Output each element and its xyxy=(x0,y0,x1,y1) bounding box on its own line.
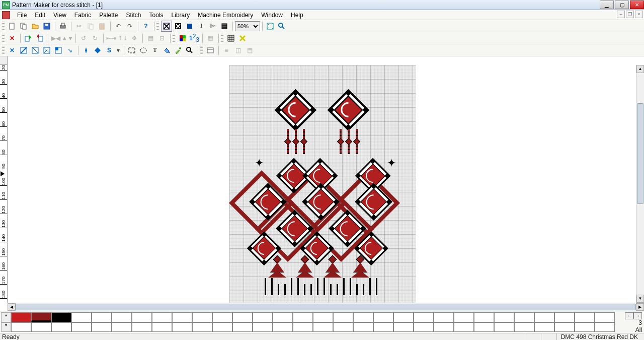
palette-empty-11[interactable] xyxy=(232,322,253,332)
three-quarter-button[interactable] xyxy=(41,45,52,56)
palette-empty-29[interactable] xyxy=(595,322,615,332)
open-button[interactable] xyxy=(30,21,41,32)
palette-prev-button[interactable]: ← xyxy=(625,312,633,319)
palette-empty-16[interactable] xyxy=(333,322,353,332)
ruler-marker-v[interactable] xyxy=(1,171,6,178)
toolbar-grip[interactable] xyxy=(2,46,5,55)
maximize-button[interactable]: ▢ xyxy=(615,1,629,9)
grid2-button[interactable]: ▦ xyxy=(205,33,216,44)
back-stitch-button[interactable]: ↘ xyxy=(64,45,75,56)
vertical-ruler[interactable]: 2030405060708090100110120130140150160170… xyxy=(0,65,8,303)
palette-empty-8[interactable] xyxy=(172,322,192,332)
rotate-ccw-button[interactable]: ↺ xyxy=(78,33,89,44)
print-button[interactable] xyxy=(57,21,68,32)
menu-window[interactable]: Window xyxy=(257,11,287,20)
horizontal-scrollbar[interactable]: ◀ ▶ xyxy=(8,303,644,311)
minimize-button[interactable]: ▁ xyxy=(600,1,614,9)
menu-tools[interactable]: Tools xyxy=(145,11,168,20)
paste-button[interactable] xyxy=(97,21,108,32)
toolbar-grip[interactable] xyxy=(173,34,175,43)
mdi-minimize-button[interactable]: – xyxy=(617,11,625,18)
color-palette-button[interactable] xyxy=(177,33,188,44)
palette-color-4[interactable] xyxy=(92,312,112,322)
scroll-up-button[interactable]: ▲ xyxy=(636,65,644,73)
palette-empty-1[interactable] xyxy=(31,322,51,332)
palette-color-12[interactable] xyxy=(253,312,273,322)
center-h-button[interactable]: ⇤⇥ xyxy=(106,33,117,44)
palette-empty-12[interactable] xyxy=(253,322,273,332)
palette-empty-5[interactable] xyxy=(112,322,132,332)
palette-color-18[interactable] xyxy=(373,312,393,322)
copy-button[interactable] xyxy=(85,21,96,32)
flip-h-button[interactable]: ▶◀ xyxy=(50,33,61,44)
canvas-viewport[interactable]: ✦✦ xyxy=(8,65,636,303)
library-button[interactable] xyxy=(205,45,216,56)
solid-view-button[interactable] xyxy=(184,21,195,32)
palette-empty-10[interactable] xyxy=(212,322,232,332)
scroll-right-button[interactable]: ▶ xyxy=(636,303,644,311)
palette-empty-28[interactable] xyxy=(575,322,595,332)
palette-empty-21[interactable] xyxy=(434,322,454,332)
menu-machine-embroidery[interactable]: Machine Embroidery xyxy=(194,11,257,20)
palette-color-15[interactable] xyxy=(313,312,333,322)
mdi-restore-button[interactable]: ❐ xyxy=(626,11,634,18)
palette-color-21[interactable] xyxy=(434,312,454,322)
menu-stitch[interactable]: Stitch xyxy=(122,11,145,20)
palette-empty-14[interactable] xyxy=(293,322,313,332)
palette-color-28[interactable] xyxy=(575,312,595,322)
fill-tool-button[interactable] xyxy=(161,45,172,56)
crop-button[interactable]: ⊡ xyxy=(156,33,168,44)
palette-empty-9[interactable] xyxy=(192,322,212,332)
import-button[interactable] xyxy=(23,33,34,44)
palette-empty-24[interactable] xyxy=(494,322,514,332)
menu-file[interactable]: File xyxy=(13,11,31,20)
palette-empty-19[interactable] xyxy=(393,322,414,332)
layer-button[interactable]: ≡ xyxy=(221,45,232,56)
palette-color-26[interactable] xyxy=(534,312,554,322)
half-stitch-button[interactable] xyxy=(18,45,29,56)
new-wizard-button[interactable] xyxy=(18,21,29,32)
palette-color-29[interactable] xyxy=(595,312,615,322)
scroll-left-button[interactable]: ◀ xyxy=(8,303,16,311)
french-knot-button[interactable] xyxy=(80,45,92,56)
flip-v-button[interactable]: ▲▼ xyxy=(62,33,73,44)
quarter-stitch-button[interactable] xyxy=(30,45,41,56)
palette-empty-17[interactable] xyxy=(353,322,373,332)
info-view-button[interactable]: I xyxy=(196,21,207,32)
palette-empty-13[interactable] xyxy=(273,322,293,332)
toolbar-grip[interactable] xyxy=(2,22,5,31)
palette-color-0[interactable] xyxy=(11,312,31,322)
menu-view[interactable]: View xyxy=(49,11,70,20)
pattern-canvas[interactable]: ✦✦ xyxy=(229,65,416,303)
palette-color-5[interactable] xyxy=(112,312,132,322)
palette-next-button[interactable]: → xyxy=(633,312,642,319)
palette-color-2[interactable] xyxy=(51,312,71,322)
layers2-button[interactable]: ▤ xyxy=(244,45,255,56)
menu-edit[interactable]: Edit xyxy=(31,11,49,20)
palette-color-22[interactable] xyxy=(454,312,474,322)
export-button[interactable] xyxy=(34,33,45,44)
rotate-cw-button[interactable]: ↻ xyxy=(90,33,101,44)
palette-empty-15[interactable] xyxy=(313,322,333,332)
menu-help[interactable]: Help xyxy=(287,11,307,20)
petite-button[interactable] xyxy=(53,45,64,56)
palette-empty-25[interactable] xyxy=(514,322,534,332)
palette-color-25[interactable] xyxy=(514,312,534,322)
select-rect-button[interactable] xyxy=(126,45,137,56)
fit-window-button[interactable] xyxy=(265,21,276,32)
split-button[interactable]: ◫ xyxy=(232,45,244,56)
text-tool-button[interactable]: T xyxy=(149,45,160,56)
palette-empty-26[interactable] xyxy=(534,322,554,332)
palette-color-23[interactable] xyxy=(474,312,494,322)
palette-down-button[interactable]: ▾ xyxy=(1,322,11,332)
palette-empty-23[interactable] xyxy=(474,322,494,332)
zoom-tool-button[interactable] xyxy=(276,21,287,32)
toolbar-grip[interactable] xyxy=(221,34,223,43)
toolbar-grip[interactable] xyxy=(200,46,203,55)
redo-button[interactable]: ↷ xyxy=(124,21,135,32)
palette-up-button[interactable]: ▴ xyxy=(1,312,11,322)
scroll-thumb[interactable] xyxy=(637,103,643,204)
delete-button[interactable]: ✕ xyxy=(7,33,18,44)
palette-empty-22[interactable] xyxy=(454,322,474,332)
palette-color-10[interactable] xyxy=(212,312,232,322)
